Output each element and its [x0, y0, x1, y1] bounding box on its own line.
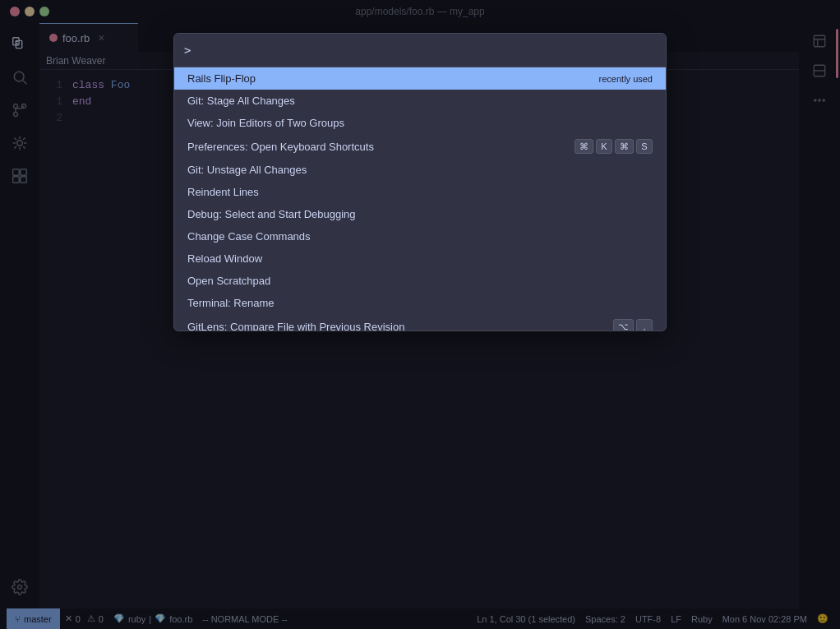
palette-item[interactable]: Rails Flip-Floprecently used: [174, 67, 666, 90]
palette-item[interactable]: Preferences: Open Keyboard Shortcuts⌘K⌘S: [174, 134, 666, 159]
palette-item[interactable]: Change Case Commands: [174, 225, 666, 247]
palette-item[interactable]: Debug: Select and Start Debugging: [174, 203, 666, 225]
palette-item-label: GitLens: Compare File with Previous Revi…: [187, 321, 607, 331]
palette-item-badge: recently used: [599, 74, 653, 84]
palette-input-row: >: [174, 34, 666, 67]
palette-item-label: Git: Unstage All Changes: [187, 164, 653, 176]
palette-item-label: Reload Window: [187, 252, 653, 265]
palette-item[interactable]: GitLens: Compare File with Previous Revi…: [174, 314, 666, 331]
palette-item-label: Open Scratchpad: [187, 275, 653, 287]
palette-item[interactable]: View: Join Editors of Two Groups: [174, 112, 666, 134]
palette-search-input[interactable]: [194, 34, 656, 67]
palette-item-label: Reindent Lines: [187, 186, 653, 198]
palette-item-label: Terminal: Rename: [187, 297, 653, 309]
palette-list: Rails Flip-Floprecently usedGit: Stage A…: [174, 67, 666, 331]
palette-item-label: Rails Flip-Flop: [187, 72, 593, 85]
command-palette: > Rails Flip-Floprecently usedGit: Stage…: [173, 33, 667, 331]
palette-item-label: View: Join Editors of Two Groups: [187, 117, 653, 129]
palette-item[interactable]: Git: Stage All Changes: [174, 90, 666, 112]
palette-item[interactable]: Terminal: Rename: [174, 292, 666, 314]
palette-item-label: Debug: Select and Start Debugging: [187, 208, 653, 220]
palette-prompt: >: [184, 44, 191, 57]
palette-overlay: > Rails Flip-Floprecently usedGit: Stage…: [0, 0, 840, 629]
palette-item-shortcut: ⌥,: [613, 319, 653, 331]
palette-item-label: Preferences: Open Keyboard Shortcuts: [187, 141, 568, 153]
palette-item-shortcut: ⌘K⌘S: [575, 139, 653, 154]
palette-item-label: Change Case Commands: [187, 230, 653, 243]
palette-item-label: Git: Stage All Changes: [187, 95, 653, 107]
palette-item[interactable]: Open Scratchpad: [174, 270, 666, 292]
palette-item[interactable]: Reload Window: [174, 247, 666, 270]
palette-item[interactable]: Git: Unstage All Changes: [174, 159, 666, 181]
palette-item[interactable]: Reindent Lines: [174, 181, 666, 203]
